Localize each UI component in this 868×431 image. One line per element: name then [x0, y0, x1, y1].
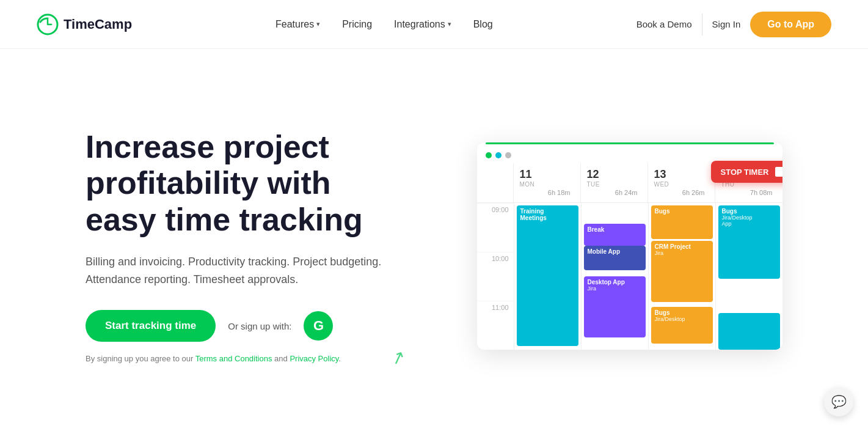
- hero-right: ↗ STOP TIMER 11 MON: [428, 142, 831, 350]
- top-accent: [486, 142, 774, 144]
- or-signup-text: Or sign up with:: [228, 321, 291, 331]
- nav-pricing[interactable]: Pricing: [342, 19, 372, 30]
- cal-time-0900: 09:00: [477, 203, 514, 252]
- logo-text: TimeCamp: [64, 17, 132, 32]
- cal-block-break-tue: Break: [584, 224, 646, 246]
- hero-title: Increase project profitability with easy…: [86, 129, 403, 238]
- stop-icon: [775, 167, 782, 177]
- start-tracking-button[interactable]: Start tracking time: [86, 310, 216, 342]
- cal-header-empty: [477, 163, 514, 202]
- cal-header-tue: 12 TUE 6h 24m: [581, 163, 648, 202]
- nav-blog[interactable]: Blog: [473, 19, 493, 30]
- arrow-decoration: ↗: [388, 346, 408, 370]
- hero-section: Increase project profitability with easy…: [0, 49, 868, 431]
- cal-block-crm: CRM Project Jira: [651, 241, 713, 302]
- cal-block-bugs-wed: Bugs: [651, 205, 713, 239]
- stop-timer-label: STOP TIMER: [721, 168, 769, 177]
- features-chevron-icon: ▾: [316, 20, 320, 28]
- google-signup-button[interactable]: G: [304, 311, 333, 341]
- hero-cta: Start tracking time Or sign up with: G: [86, 310, 403, 342]
- cal-time-1100: 11:00: [477, 301, 514, 350]
- cal-day-mon: Training Meetings: [514, 203, 581, 350]
- cal-block-desktop: Desktop App Jira: [584, 276, 646, 337]
- cal-block-bugs-wed2: Bugs Jira/Desktop: [651, 307, 713, 344]
- integrations-chevron-icon: ▾: [448, 20, 451, 28]
- cal-header-wed: 13 WED 6h 26m: [648, 163, 715, 202]
- privacy-link[interactable]: Privacy Policy: [290, 354, 338, 363]
- logo-icon: [37, 13, 59, 35]
- cal-block-mobile: Mobile App: [584, 246, 646, 270]
- nav-integrations[interactable]: Integrations ▾: [394, 19, 451, 30]
- terms-text: By signing up you agree to our Terms and…: [86, 354, 403, 363]
- calendar-widget: STOP TIMER 11 MON 6h 18m 12 TUE 6h 24m 1…: [477, 142, 782, 350]
- terms-link[interactable]: Terms and Conditions: [195, 354, 272, 363]
- cal-time-col: 09:00 10:00 11:00: [477, 203, 514, 350]
- cal-block-training: Training Meetings: [517, 205, 578, 346]
- chat-icon: 💬: [831, 394, 847, 409]
- cal-day-tue: Break Mobile App Desktop App Jira: [581, 203, 648, 350]
- dot-teal: [495, 152, 501, 158]
- cal-day-wed: Bugs CRM Project Jira Bugs Jira/Desktop: [648, 203, 715, 350]
- stop-timer-badge[interactable]: STOP TIMER: [711, 161, 782, 183]
- nav-actions: Book a Demo Sign In Go to App: [636, 12, 831, 37]
- dot-gray: [505, 152, 511, 158]
- chat-button[interactable]: 💬: [824, 387, 853, 416]
- cal-body: 09:00 10:00 11:00 Training Meetings Brea…: [477, 203, 782, 350]
- cal-block-bugs-thu: Bugs Jira/Desktop App: [718, 205, 780, 279]
- nav-divider: [702, 13, 702, 35]
- sign-in-button[interactable]: Sign In: [712, 19, 741, 29]
- hero-left: Increase project profitability with easy…: [86, 129, 403, 364]
- book-demo-button[interactable]: Book a Demo: [636, 19, 692, 29]
- logo[interactable]: TimeCamp: [37, 13, 132, 35]
- cal-block-thu-bottom: [718, 313, 780, 350]
- nav-links: Features ▾ Pricing Integrations ▾ Blog: [275, 19, 493, 30]
- navbar: TimeCamp Features ▾ Pricing Integrations…: [0, 0, 868, 49]
- cal-header-mon: 11 MON 6h 18m: [514, 163, 581, 202]
- hero-subtitle: Billing and invoicing. Productivity trac…: [86, 253, 403, 289]
- nav-features[interactable]: Features ▾: [275, 19, 320, 30]
- cal-day-thu: Bugs Jira/Desktop App: [715, 203, 782, 350]
- go-to-app-button[interactable]: Go to App: [750, 12, 831, 37]
- dot-green: [486, 152, 492, 158]
- cal-time-1000: 10:00: [477, 252, 514, 301]
